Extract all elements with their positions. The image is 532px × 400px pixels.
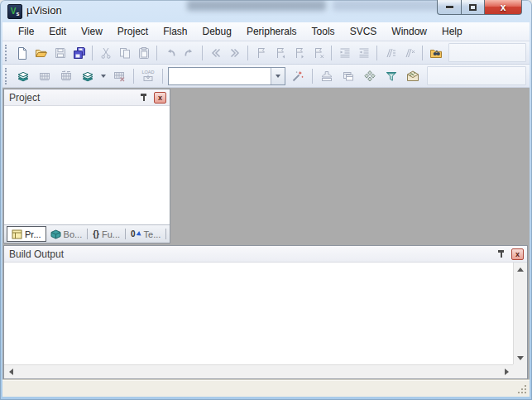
menu-file[interactable]: File bbox=[11, 23, 41, 40]
scroll-left-button[interactable] bbox=[4, 365, 17, 378]
uncomment-button[interactable] bbox=[400, 44, 419, 62]
toolbar-separator bbox=[331, 46, 332, 60]
rebuild-button[interactable] bbox=[55, 67, 77, 85]
undo-button[interactable] bbox=[161, 44, 180, 62]
menu-window[interactable]: Window bbox=[384, 23, 434, 40]
manage-run-time-environment-button[interactable] bbox=[359, 67, 381, 85]
close-button[interactable]: x bbox=[485, 0, 522, 15]
pack-installer-button[interactable] bbox=[402, 67, 424, 85]
tab-project-label: Pr... bbox=[25, 229, 41, 239]
save-icon bbox=[54, 46, 67, 60]
scroll-up-icon bbox=[517, 267, 524, 272]
pin-icon[interactable] bbox=[497, 249, 506, 258]
tab-functions[interactable]: {} Fu... bbox=[89, 225, 124, 243]
options-wand-icon bbox=[291, 70, 304, 83]
status-bar bbox=[2, 379, 530, 397]
bookmark-next-button[interactable] bbox=[290, 44, 309, 62]
minimize-button[interactable] bbox=[437, 0, 461, 15]
save-all-icon bbox=[73, 46, 86, 60]
uvision-window: Vs µVision x File Edit View Project Flas… bbox=[0, 0, 532, 400]
copy-button[interactable] bbox=[115, 44, 134, 62]
menu-project[interactable]: Project bbox=[110, 23, 156, 40]
bookmark-prev-button[interactable] bbox=[271, 44, 290, 62]
menu-flash[interactable]: Flash bbox=[156, 23, 194, 40]
batch-build-icon bbox=[81, 70, 94, 83]
bookmark-icon bbox=[255, 46, 268, 60]
menu-edit[interactable]: Edit bbox=[41, 23, 74, 40]
redo-button[interactable] bbox=[180, 44, 199, 62]
bookmark-clear-icon bbox=[312, 46, 325, 60]
stop-build-icon bbox=[113, 70, 126, 83]
cascade-windows-icon bbox=[342, 70, 355, 83]
pin-icon[interactable] bbox=[140, 93, 148, 102]
title-bar[interactable]: Vs µVision x bbox=[0, 0, 532, 22]
find-in-files-button[interactable] bbox=[426, 44, 445, 62]
indent-icon bbox=[338, 46, 352, 60]
navigate-back-button[interactable] bbox=[206, 44, 225, 62]
unindent-icon bbox=[357, 46, 371, 60]
translate-button[interactable] bbox=[12, 67, 34, 85]
stop-build-button[interactable] bbox=[108, 67, 130, 85]
maximize-button[interactable] bbox=[461, 0, 485, 15]
scroll-down-button[interactable] bbox=[514, 351, 527, 364]
select-software-packs-button[interactable] bbox=[381, 67, 402, 85]
options-for-target-button[interactable] bbox=[287, 67, 309, 85]
tab-books[interactable]: Bo... bbox=[46, 225, 87, 243]
scroll-right-button[interactable] bbox=[500, 365, 513, 378]
bookmark-clear-button[interactable] bbox=[309, 44, 328, 62]
project-panel-header: Project x bbox=[4, 89, 170, 106]
translate-icon bbox=[17, 70, 30, 83]
tab-templates[interactable]: 0 Te... bbox=[127, 225, 165, 243]
open-file-button[interactable] bbox=[31, 44, 50, 62]
indent-button[interactable] bbox=[335, 44, 354, 62]
build-output-close-button[interactable]: x bbox=[511, 248, 524, 260]
new-file-button[interactable] bbox=[12, 44, 31, 62]
build-output-content[interactable] bbox=[4, 263, 527, 378]
vertical-scrollbar[interactable] bbox=[513, 263, 527, 364]
tab-project[interactable]: Pr... bbox=[7, 226, 46, 242]
cut-button[interactable] bbox=[96, 44, 115, 62]
tab-functions-label: Fu... bbox=[102, 229, 120, 239]
navigate-forward-button[interactable] bbox=[225, 44, 244, 62]
menu-svcs[interactable]: SVCS bbox=[343, 23, 385, 40]
books-window-button[interactable] bbox=[338, 67, 359, 85]
manage-project-items-button[interactable] bbox=[316, 67, 338, 85]
menu-view[interactable]: View bbox=[74, 23, 110, 40]
scroll-up-button[interactable] bbox=[514, 263, 527, 276]
horizontal-scrollbar[interactable] bbox=[4, 364, 513, 378]
toolbar-separator bbox=[92, 46, 93, 60]
build-toolbar: LOAD bbox=[2, 65, 530, 88]
paste-button[interactable] bbox=[134, 44, 153, 62]
navigate-back-icon bbox=[209, 46, 223, 60]
menu-help[interactable]: Help bbox=[434, 23, 470, 40]
templates-arrow-icon bbox=[136, 231, 142, 238]
bookmark-toggle-button[interactable] bbox=[252, 44, 271, 62]
target-select[interactable] bbox=[168, 67, 285, 85]
unindent-button[interactable] bbox=[354, 44, 373, 62]
copy-icon bbox=[118, 46, 132, 60]
save-button[interactable] bbox=[50, 44, 69, 62]
build-output-title: Build Output bbox=[9, 248, 497, 260]
app-logo-icon[interactable]: Vs bbox=[7, 4, 22, 19]
download-button[interactable]: LOAD bbox=[137, 67, 159, 85]
toolbar-empty-area bbox=[427, 66, 526, 85]
build-button[interactable] bbox=[34, 67, 55, 85]
batch-build-dropdown[interactable] bbox=[98, 67, 108, 85]
menu-tools[interactable]: Tools bbox=[304, 23, 343, 40]
menu-peripherals[interactable]: Peripherals bbox=[239, 23, 304, 40]
comment-button[interactable] bbox=[381, 44, 400, 62]
target-select-value bbox=[169, 68, 271, 84]
project-tree-area[interactable] bbox=[4, 106, 170, 224]
save-all-button[interactable] bbox=[69, 44, 89, 62]
menu-debug[interactable]: Debug bbox=[195, 23, 239, 40]
project-panel-close-button[interactable]: x bbox=[154, 92, 166, 104]
redo-icon bbox=[183, 46, 196, 60]
toolbar-grip[interactable] bbox=[5, 45, 10, 61]
toolbar-separator bbox=[312, 69, 313, 84]
tab-books-label: Bo... bbox=[64, 229, 83, 239]
toolbar-grip[interactable] bbox=[5, 68, 10, 84]
batch-build-button[interactable] bbox=[77, 67, 98, 85]
resize-grip[interactable] bbox=[525, 392, 526, 393]
target-select-dropdown[interactable] bbox=[271, 68, 285, 84]
window-title: µVision bbox=[26, 0, 62, 22]
